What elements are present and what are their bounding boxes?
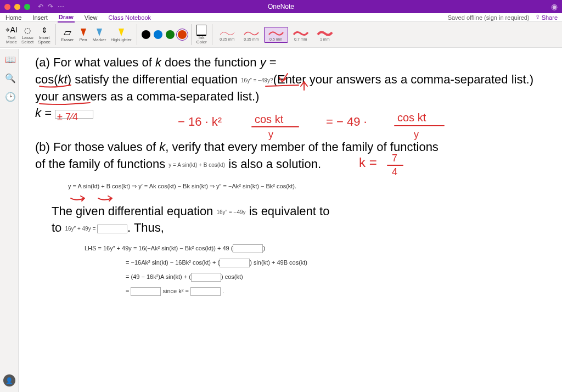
pen-button[interactable]: Pen (77, 26, 90, 43)
eq-small-4: 16y″ + 49y = (65, 226, 97, 232)
text-thus: . Thus, (127, 221, 164, 234)
eq-small-1: 16y″ = −49y? (241, 77, 273, 83)
k-equals: k = (35, 106, 55, 120)
more-button[interactable]: ⋯ (58, 3, 64, 10)
search-icon[interactable]: 🔍 (5, 73, 14, 82)
text-a2: does the function (161, 55, 260, 69)
lhs-line-1: LHS = 16y″ + 49y = 16(−Ak² sin(kt) − Bk²… (85, 244, 546, 253)
answer-input-1[interactable] (97, 225, 127, 233)
eraser-icon: ▱ (63, 27, 72, 37)
share-button[interactable]: ⇪ Share (535, 14, 558, 21)
content: (a) For what values of k does the functi… (35, 54, 546, 173)
wave-icon (293, 29, 309, 37)
recent-icon[interactable]: 🕑 (5, 92, 14, 100)
text-b2b: of the family of functions (35, 157, 168, 171)
text-a4: ) satisfy the differential equation (68, 72, 241, 86)
text-y: y (260, 55, 266, 69)
stroke-0.35mm[interactable]: 0.35 mm (240, 27, 263, 42)
eraser-label: Eraser (61, 38, 74, 42)
text-mode-button[interactable]: ⌖AI Text Mode (4, 24, 19, 46)
undo-button[interactable]: ↶ (38, 3, 43, 10)
stroke-label: 0.7 mm (294, 37, 307, 41)
stroke-label: 0.5 mm (269, 37, 282, 41)
lhs-line-2: = −16Ak² sin(kt) − 16Bk² cos(kt) + () si… (126, 259, 546, 267)
maximize-button[interactable] (24, 4, 30, 10)
text-b2: , verify that every member of the family… (165, 140, 439, 154)
canvas[interactable]: (a) For what values of k does the functi… (19, 49, 562, 392)
eraser-button[interactable]: ▱ Eraser (59, 26, 76, 43)
text-to: to (52, 221, 65, 234)
color-swatch-3[interactable] (178, 30, 187, 39)
stroke-1mm[interactable]: 1 mm (313, 27, 336, 42)
sidebar: 📖 🔍 🕑 👤 (0, 49, 19, 392)
text-given1: The given differential equation (52, 204, 216, 218)
text-cos: cos( (35, 72, 58, 86)
tab-insert[interactable]: Insert (31, 13, 49, 22)
notebooks-icon[interactable]: 📖 (5, 54, 14, 63)
share-icon: ⇪ (535, 14, 540, 21)
text-eq: = (266, 55, 277, 69)
text-k2: k (159, 140, 165, 154)
tab-home[interactable]: Home (4, 13, 23, 22)
text-a5b: your answers as a comma-separated list.) (35, 89, 259, 103)
insert-space-label: Insert Space (38, 36, 50, 44)
menubar: Home Insert Draw View Class Notebook Sav… (0, 13, 562, 22)
saved-status: Saved offline (sign in required) (448, 14, 530, 21)
stroke-label: 0.35 mm (244, 37, 258, 41)
answer-input-k[interactable] (55, 110, 93, 119)
share-label: Share (542, 14, 558, 21)
highlighter-label: Highlighter (110, 38, 131, 42)
answer-input-6[interactable] (190, 287, 221, 296)
color-swatch-2[interactable] (166, 30, 175, 39)
redo-button[interactable]: ↷ (48, 3, 53, 10)
ribbon: ⌖AI Text Mode ◌ Lasso Select ⇕ Insert Sp… (0, 22, 562, 48)
wave-icon (268, 29, 284, 37)
text-mode-label: Text Mode (6, 36, 17, 44)
stroke-0.25mm[interactable]: 0.25 mm (216, 27, 239, 42)
text-a1: (a) For what values of (35, 55, 155, 69)
text-kt: kt (58, 72, 68, 86)
text-k: k (155, 55, 161, 69)
wave-icon (317, 29, 333, 37)
stroke-0.7mm[interactable]: 0.7 mm (289, 27, 312, 42)
ink-color-label: Ink Color (196, 36, 207, 44)
presence-icon[interactable]: ◉ (551, 2, 558, 11)
marker-label: Marker (93, 38, 106, 42)
quick-access: ↶ ↷ ⋯ (38, 3, 64, 10)
avatar[interactable]: 👤 (3, 374, 15, 387)
stroke-label: 0.25 mm (220, 37, 234, 41)
text-b3: is also a solution. (225, 157, 321, 171)
lhs-line-4: = since k² = . (126, 287, 546, 296)
stroke-label: 1 mm (320, 37, 330, 41)
text-given2: is equivalent to (246, 204, 330, 218)
ink-color-button[interactable]: Ink Color (195, 24, 209, 46)
minimize-button[interactable] (14, 4, 20, 10)
color-swatch-1[interactable] (154, 30, 162, 39)
lasso-select-button[interactable]: ◌ Lasso Select (20, 24, 35, 46)
highlighter-button[interactable]: Highlighter (109, 26, 133, 43)
close-button[interactable] (4, 4, 10, 10)
text-a5: (Enter your answers as a comma-separated… (273, 72, 533, 86)
marker-button[interactable]: Marker (91, 26, 108, 43)
titlebar: ↶ ↷ ⋯ OneNote ◉ (0, 0, 562, 13)
tab-view[interactable]: View (83, 13, 99, 22)
highlighter-icon (116, 27, 126, 37)
stroke-0.5mm[interactable]: 0.5 mm (264, 27, 288, 43)
answer-input-3[interactable] (220, 259, 250, 267)
insert-space-button[interactable]: ⇕ Insert Space (36, 24, 52, 46)
ink-color-icon (196, 25, 206, 35)
traffic-lights (4, 4, 30, 10)
lasso-label: Lasso Select (21, 36, 33, 44)
text-b1: (b) For those values of (35, 140, 159, 154)
app-title: OneNote (268, 3, 294, 10)
answer-input-2[interactable] (233, 244, 263, 253)
answer-input-4[interactable] (191, 273, 221, 282)
lasso-icon: ◌ (23, 25, 32, 35)
pen-label: Pen (79, 38, 87, 42)
tab-draw[interactable]: Draw (58, 13, 75, 23)
derivative-line: y = A sin(kt) + B cos(kt) ⇒ y′ = Ak cos(… (68, 183, 546, 190)
cursor-icon: ⌖AI (7, 25, 16, 35)
tab-class-notebook[interactable]: Class Notebook (107, 13, 152, 22)
color-swatch-0[interactable] (142, 30, 150, 39)
answer-input-5[interactable] (131, 287, 161, 296)
